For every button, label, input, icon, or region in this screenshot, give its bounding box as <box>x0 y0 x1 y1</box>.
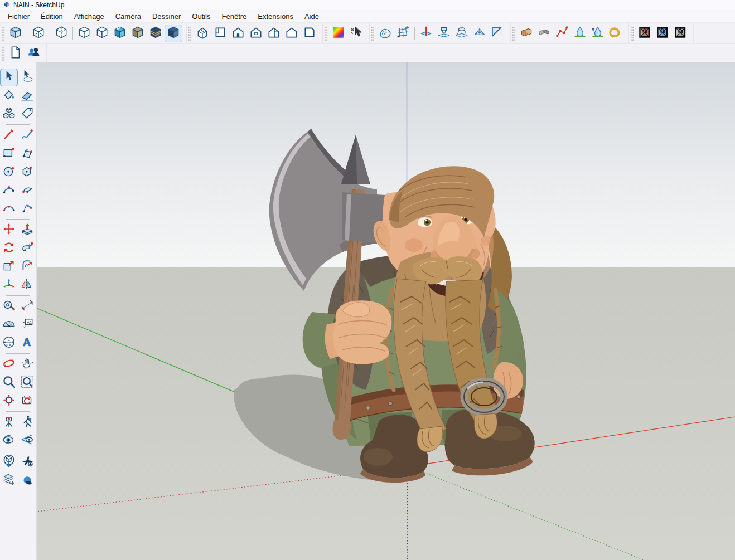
tool-offset-button[interactable] <box>19 258 37 276</box>
menu-camera[interactable]: Caméra <box>110 11 147 22</box>
sandbox-from-contours-button[interactable] <box>376 25 394 42</box>
tool-text-label-button[interactable]: A1 <box>19 316 37 334</box>
tool-circle-button[interactable] <box>0 163 18 181</box>
menu-dessiner[interactable]: Dessiner <box>147 11 186 22</box>
collaboration-button[interactable] <box>25 45 42 62</box>
tool-rotate-button[interactable] <box>0 240 18 257</box>
sandbox-drape-button[interactable] <box>453 25 471 42</box>
style-shaded-button[interactable] <box>93 25 111 42</box>
solid-outer-shell-button[interactable] <box>518 25 535 42</box>
tool-lasso-button[interactable] <box>19 69 37 86</box>
tool-tag-button[interactable] <box>19 105 37 123</box>
tool-protractor-button[interactable] <box>0 316 18 334</box>
tool-line-pencil-button[interactable] <box>0 126 18 144</box>
tool-tape-measure-button[interactable] <box>0 298 18 315</box>
sandbox-add-detail-button[interactable] <box>471 25 489 42</box>
sandbox-flip-edge-button[interactable] <box>489 25 506 42</box>
tool-polygon-button[interactable] <box>19 163 37 181</box>
view-left-button[interactable] <box>283 25 301 42</box>
style-xray-button[interactable] <box>7 25 25 42</box>
tool-rotated-rectangle-button[interactable] <box>19 145 37 163</box>
tool-arc-3pt-button[interactable] <box>0 200 18 218</box>
toolbar-grip[interactable] <box>1 26 5 41</box>
tool-eraser-button[interactable] <box>19 87 37 105</box>
bezier-path-button[interactable] <box>553 25 571 42</box>
collaboration-icon <box>26 45 41 62</box>
tool-zoom-extents-button[interactable] <box>0 392 18 410</box>
gem-blue-button[interactable] <box>654 25 671 42</box>
menu-extensions[interactable]: Extensions <box>252 11 299 22</box>
toolbar-grip[interactable] <box>630 26 634 41</box>
style-wireframe-button[interactable] <box>52 25 70 42</box>
tool-soften-edges-button[interactable] <box>19 471 37 489</box>
style-back-edges-button[interactable] <box>30 25 47 42</box>
style-textured-dark-button[interactable] <box>147 25 165 42</box>
toolbar-grip[interactable] <box>188 26 192 41</box>
tool-arc-from-center-button[interactable] <box>19 200 37 218</box>
style-current-blue-button[interactable] <box>165 25 182 42</box>
tool-walk-button[interactable] <box>19 413 37 431</box>
sandbox-smoove-button[interactable] <box>417 25 435 42</box>
tool-look-around-button[interactable] <box>0 432 18 450</box>
view-iso-button[interactable] <box>194 25 211 42</box>
sandbox-stamp-button[interactable] <box>435 25 453 42</box>
view-bottom-button[interactable] <box>301 25 318 42</box>
tool-pie-button[interactable] <box>19 182 37 199</box>
tool-scale-button[interactable] <box>0 258 18 276</box>
tool-position-camera-button[interactable] <box>0 413 18 431</box>
tool-dimension-button[interactable] <box>19 298 37 315</box>
view-front-button[interactable] <box>229 25 247 42</box>
tool-component-cubes-button[interactable] <box>0 105 18 123</box>
menu-fenetre[interactable]: Fenêtre <box>216 11 253 22</box>
tool-freehand-button[interactable] <box>19 126 37 144</box>
view-top-button[interactable] <box>211 25 229 42</box>
tool-share-model-button[interactable] <box>0 471 18 489</box>
style-hidden-line-button[interactable] <box>75 25 93 42</box>
select-style-cursor-button[interactable] <box>347 25 365 42</box>
menu-affichage[interactable]: Affichage <box>69 11 110 22</box>
tool-previous-view-button[interactable] <box>19 392 37 410</box>
sandbox-from-scratch-button[interactable] <box>394 25 412 42</box>
tool-paint-bucket-button[interactable] <box>0 87 18 105</box>
toolbar-grip[interactable] <box>324 26 328 41</box>
skin-drop-button[interactable] <box>571 25 589 42</box>
style-shaded-textures-button[interactable] <box>111 25 129 42</box>
toolbar-grip[interactable] <box>512 26 516 41</box>
tool-orbit-button[interactable] <box>0 356 18 373</box>
gem-red-button[interactable] <box>636 25 654 42</box>
tool-rectangle-button[interactable] <box>0 145 18 163</box>
gem-gray-button[interactable] <box>671 25 689 42</box>
tool-warehouse-3d-button[interactable] <box>0 453 18 471</box>
menu-aide[interactable]: Aide <box>299 11 325 22</box>
menu-outils[interactable]: Outils <box>186 11 216 22</box>
materials-rainbow-button[interactable] <box>330 25 347 42</box>
toolbar-grip[interactable] <box>371 26 375 41</box>
toolbar-grip[interactable] <box>1 46 5 61</box>
tool-follow-me-button[interactable] <box>19 240 37 257</box>
tool-axes-tool-button[interactable] <box>0 276 18 294</box>
skin-pressure-button[interactable]: # <box>589 25 607 42</box>
tool-pan-button[interactable] <box>19 356 37 373</box>
viewport-3d[interactable] <box>37 62 735 560</box>
tool-zoom-window-button[interactable] <box>19 374 37 392</box>
menu-edition[interactable]: Édition <box>35 11 69 22</box>
solid-tools-button[interactable] <box>535 25 553 42</box>
tool-move-button[interactable] <box>0 221 18 239</box>
tool-zoom-button[interactable] <box>0 374 18 392</box>
menu-fichier[interactable]: Fichier <box>2 11 35 22</box>
tool-text-3d-button[interactable]: A <box>19 334 37 352</box>
tool-push-pull-button[interactable] <box>19 221 37 239</box>
tool-select-button[interactable] <box>0 69 18 86</box>
style-monochrome-button[interactable] <box>129 25 147 42</box>
tool-arc-2pt-button[interactable] <box>0 182 18 199</box>
tool-extension-warehouse-button[interactable] <box>19 453 37 471</box>
view-right-button[interactable] <box>265 25 283 42</box>
style-textured-dark-icon <box>148 25 163 42</box>
pan-icon <box>20 356 35 373</box>
tool-compass-button[interactable]: CA·B <box>0 334 18 352</box>
tool-field-of-view-button[interactable] <box>19 432 37 450</box>
new-document-button[interactable] <box>7 45 25 62</box>
view-back-button[interactable] <box>247 25 265 42</box>
hook-tool-button[interactable] <box>607 25 625 42</box>
tool-flip-button[interactable] <box>19 276 37 294</box>
